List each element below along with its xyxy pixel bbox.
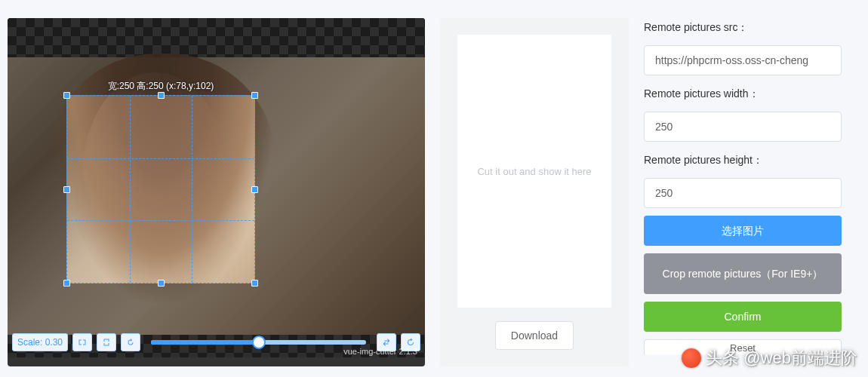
grid-line	[130, 96, 131, 283]
resize-handle-top-right[interactable]	[251, 92, 258, 99]
rotate-button[interactable]	[121, 333, 140, 351]
crop-selection-box[interactable]	[66, 95, 255, 284]
resize-handle-mid-right[interactable]	[251, 186, 258, 193]
width-input[interactable]	[644, 112, 842, 142]
cutter-canvas[interactable]: 宽:250 高:250 (x:78,y:102) Scale: 0.30	[8, 18, 425, 357]
grid-line	[67, 158, 254, 159]
resize-handle-bottom-mid[interactable]	[158, 280, 165, 287]
zoom-slider[interactable]	[145, 340, 372, 345]
preview-box: Cut it out and show it here	[457, 35, 611, 308]
confirm-button[interactable]: Confirm	[644, 302, 842, 332]
reset-button[interactable]: Reset	[644, 339, 842, 354]
scale-button[interactable]: Scale: 0.30	[12, 333, 68, 351]
flip-vertical-button[interactable]	[97, 333, 116, 351]
height-input[interactable]	[644, 178, 842, 208]
reset-icon	[406, 338, 415, 347]
version-label: vue-img-cutter 2.1.3	[343, 347, 417, 356]
flip-horizontal-button[interactable]	[72, 333, 92, 351]
src-input[interactable]	[644, 45, 842, 75]
rotate-ccw-icon	[126, 338, 135, 347]
height-label: Remote pictures height：	[644, 154, 842, 167]
resize-handle-bottom-right[interactable]	[251, 280, 258, 287]
resize-handle-mid-left[interactable]	[63, 186, 70, 193]
resize-handle-bottom-left[interactable]	[63, 280, 70, 287]
resize-handle-top-left[interactable]	[63, 92, 70, 99]
slider-thumb[interactable]	[252, 336, 266, 349]
swap-icon	[382, 338, 391, 347]
image-cutter-panel: 宽:250 高:250 (x:78,y:102) Scale: 0.30	[8, 18, 425, 366]
download-button[interactable]: Download	[495, 321, 574, 350]
flip-horizontal-icon	[78, 338, 87, 347]
resize-handle-top-mid[interactable]	[158, 92, 165, 99]
grid-line	[67, 220, 254, 221]
grid-line	[192, 96, 192, 283]
crop-remote-button[interactable]: Crop remote pictures（For IE9+）	[644, 253, 842, 294]
flip-vertical-icon	[102, 338, 111, 347]
crop-dimensions-label: 宽:250 高:250 (x:78,y:102)	[66, 80, 255, 93]
preview-placeholder-text: Cut it out and show it here	[477, 166, 591, 177]
slider-fill	[151, 340, 258, 345]
preview-panel: Cut it out and show it here Download	[440, 18, 629, 366]
choose-image-button[interactable]: 选择图片	[644, 216, 842, 246]
width-label: Remote pictures width：	[644, 87, 842, 101]
src-label: Remote pictures src：	[644, 21, 842, 35]
settings-form: Remote pictures src： Remote pictures wid…	[644, 21, 842, 366]
